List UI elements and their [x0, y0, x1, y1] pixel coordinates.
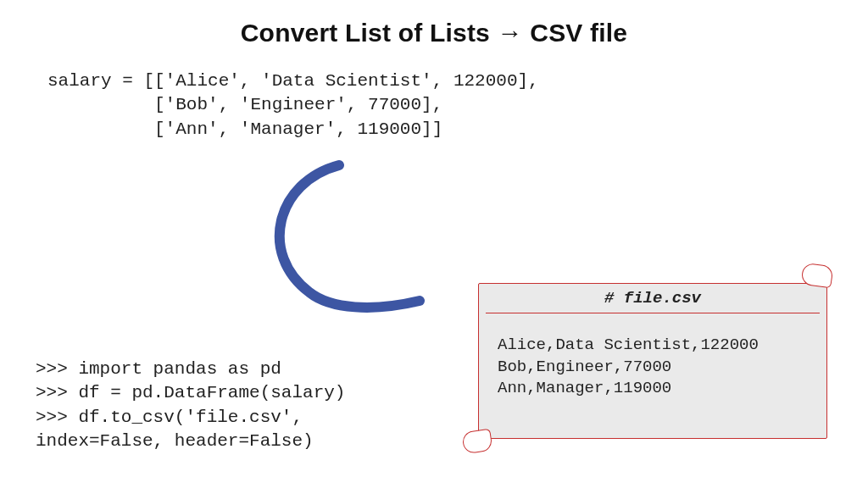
slide-stage: Convert List of Lists → CSV file salary …: [0, 0, 868, 488]
arrow-right-icon: →: [498, 19, 523, 47]
python-repl-code: >>> import pandas as pd >>> df = pd.Data…: [36, 358, 345, 453]
scroll-body: # file.csv Alice,Data Scientist,122000 B…: [478, 283, 827, 439]
title-text-post: CSV file: [530, 19, 627, 47]
csv-file-header: # file.csv: [479, 289, 826, 308]
python-source-code: salary = [['Alice', 'Data Scientist', 12…: [47, 69, 539, 141]
curved-arrow-icon: [237, 152, 449, 339]
csv-file-content: Alice,Data Scientist,122000 Bob,Engineer…: [498, 335, 818, 400]
title-text-pre: Convert List of Lists: [241, 19, 490, 47]
divider: [486, 313, 820, 313]
scroll-curl-bottom-icon: [461, 429, 492, 454]
csv-file-panel: # file.csv Alice,Data Scientist,122000 B…: [466, 271, 831, 447]
slide-title: Convert List of Lists → CSV file: [0, 19, 868, 47]
